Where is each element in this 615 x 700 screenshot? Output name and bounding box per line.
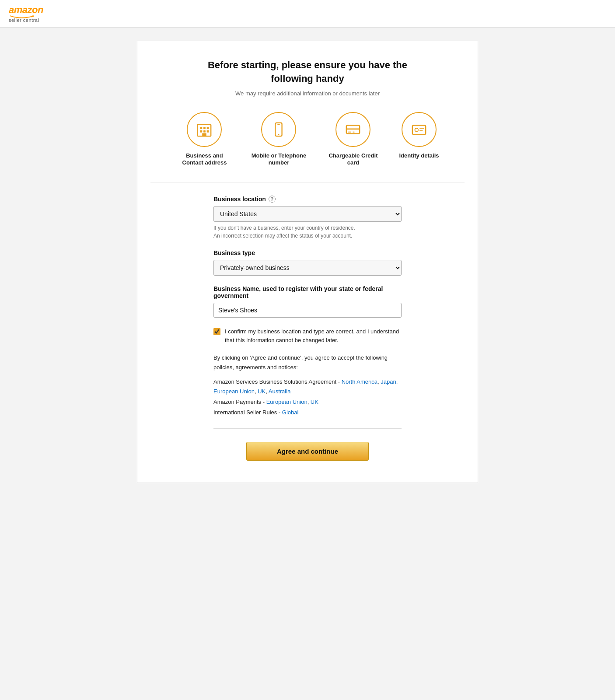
agree-continue-button[interactable]: Agree and continue — [246, 442, 369, 461]
main-container: Before starting, please ensure you have … — [137, 41, 478, 483]
policy-line-1: Amazon Services Business Solutions Agree… — [213, 377, 402, 396]
svg-rect-3 — [204, 127, 206, 129]
svg-rect-19 — [419, 130, 423, 131]
policies-section: By clicking on 'Agree and continue', you… — [213, 353, 402, 417]
page-subtitle: We may require additional information or… — [150, 90, 465, 97]
header: amazon seller central — [0, 0, 615, 28]
svg-rect-7 — [207, 130, 209, 132]
section-divider — [150, 182, 465, 182]
business-name-label: Business Name, used to register with you… — [213, 285, 402, 299]
phone-icon — [270, 121, 287, 138]
business-contact-label: Business and Contact address — [176, 152, 233, 167]
identity-label: Identity details — [399, 152, 439, 160]
policy-line-2: Amazon Payments - European Union, UK — [213, 397, 402, 407]
business-name-group: Business Name, used to register with you… — [213, 285, 402, 318]
icon-item-credit-card: Chargeable Credit card — [325, 112, 381, 167]
svg-rect-5 — [200, 130, 203, 132]
policy-link-japan[interactable]: Japan — [381, 378, 396, 385]
icon-item-identity: Identity details — [399, 112, 439, 167]
bottom-divider — [213, 428, 402, 429]
confirm-checkbox[interactable] — [213, 328, 220, 335]
svg-rect-16 — [412, 125, 426, 134]
identity-icon-circle — [402, 112, 437, 147]
mobile-label: Mobile or Telephone number — [250, 152, 307, 167]
confirm-checkbox-row: I confirm my business location and type … — [213, 327, 402, 344]
business-location-label: Business location ? — [213, 196, 402, 203]
svg-point-10 — [278, 134, 280, 135]
business-type-group: Business type Privately-owned business P… — [213, 249, 402, 276]
business-name-input[interactable] — [213, 303, 402, 318]
mobile-icon-circle — [261, 112, 296, 147]
business-contact-icon-circle — [187, 112, 222, 147]
icon-item-business-contact: Business and Contact address — [176, 112, 233, 167]
business-type-select[interactable]: Privately-owned business Publicly-owned … — [213, 260, 402, 276]
policy-line-3: International Seller Rules - Global — [213, 408, 402, 417]
policy-link-european-union-1[interactable]: European Union — [213, 388, 255, 395]
logo-subtitle: seller central — [9, 18, 39, 23]
policy-link-uk-2[interactable]: UK — [311, 399, 318, 405]
policies-intro: By clicking on 'Agree and continue', you… — [213, 353, 402, 372]
id-card-icon — [411, 121, 427, 138]
svg-rect-11 — [278, 124, 280, 124]
svg-point-17 — [415, 128, 419, 132]
policy-link-european-union-2[interactable]: European Union — [266, 399, 308, 405]
agree-btn-wrap: Agree and continue — [213, 442, 402, 461]
policy-link-australia[interactable]: Australia — [269, 388, 291, 395]
svg-rect-18 — [419, 128, 424, 129]
page-title: Before starting, please ensure you have … — [150, 59, 465, 86]
icon-item-mobile: Mobile or Telephone number — [250, 112, 307, 167]
icons-row: Business and Contact address Mobile or T… — [150, 112, 465, 167]
card-icon — [345, 121, 361, 138]
svg-rect-6 — [204, 130, 206, 132]
svg-rect-15 — [353, 131, 355, 132]
credit-card-label: Chargeable Credit card — [325, 152, 381, 167]
policy-link-uk-1[interactable]: UK — [258, 388, 266, 395]
logo: amazon seller central — [9, 4, 43, 23]
business-location-help-icon[interactable]: ? — [269, 196, 276, 203]
svg-rect-13 — [346, 128, 360, 130]
business-location-group: Business location ? United States United… — [213, 196, 402, 240]
business-location-hint: If you don't have a business, enter your… — [213, 224, 402, 240]
svg-marker-0 — [31, 15, 34, 18]
credit-card-icon-circle — [335, 112, 370, 147]
form-section: Business location ? United States United… — [213, 196, 402, 461]
policy-link-north-america[interactable]: North America — [342, 378, 377, 385]
svg-rect-14 — [348, 131, 352, 132]
business-type-label: Business type — [213, 249, 402, 256]
svg-rect-8 — [203, 133, 207, 136]
svg-rect-4 — [207, 127, 209, 129]
business-location-select[interactable]: United States United Kingdom Canada Aust… — [213, 206, 402, 222]
policy-link-global[interactable]: Global — [282, 409, 299, 416]
logo-amazon-text: amazon — [9, 4, 43, 16]
svg-rect-2 — [200, 127, 203, 129]
building-icon — [196, 121, 213, 138]
confirm-checkbox-label: I confirm my business location and type … — [225, 327, 402, 344]
